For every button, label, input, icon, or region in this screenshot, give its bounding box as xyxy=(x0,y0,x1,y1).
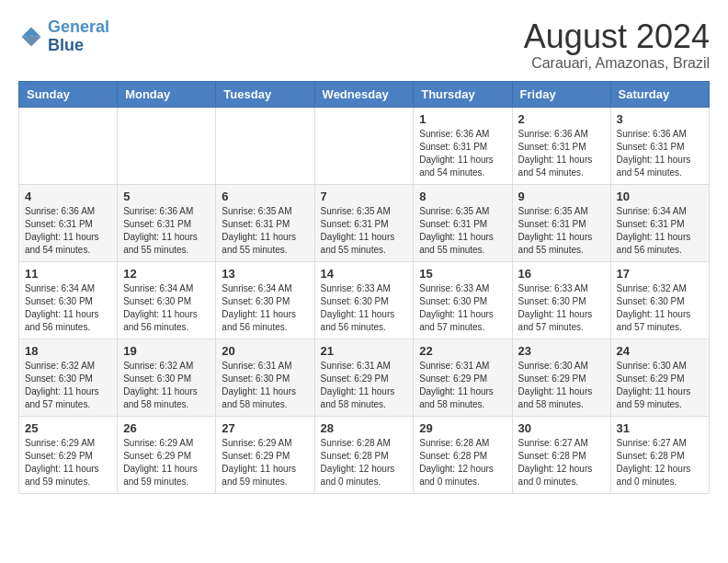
day-number: 10 xyxy=(617,190,703,203)
day-number: 9 xyxy=(518,190,605,203)
week-row-1: 1Sunrise: 6:36 AM Sunset: 6:31 PM Daylig… xyxy=(19,107,710,184)
day-cell: 14Sunrise: 6:33 AM Sunset: 6:30 PM Dayli… xyxy=(314,261,414,339)
day-number: 20 xyxy=(222,344,308,358)
day-cell xyxy=(118,107,216,184)
day-info: Sunrise: 6:32 AM Sunset: 6:30 PM Dayligh… xyxy=(25,360,111,411)
day-cell: 24Sunrise: 6:30 AM Sunset: 6:29 PM Dayli… xyxy=(610,339,709,416)
day-number: 14 xyxy=(321,267,408,281)
day-cell: 2Sunrise: 6:36 AM Sunset: 6:31 PM Daylig… xyxy=(512,107,610,184)
day-cell: 1Sunrise: 6:36 AM Sunset: 6:31 PM Daylig… xyxy=(414,107,512,184)
header-sunday: Sunday xyxy=(19,81,118,107)
header-thursday: Thursday xyxy=(414,81,512,107)
day-cell: 29Sunrise: 6:28 AM Sunset: 6:28 PM Dayli… xyxy=(414,416,512,493)
day-number: 2 xyxy=(518,112,605,126)
day-cell: 7Sunrise: 6:35 AM Sunset: 6:31 PM Daylig… xyxy=(314,184,414,261)
day-info: Sunrise: 6:34 AM Sunset: 6:30 PM Dayligh… xyxy=(123,282,210,334)
day-cell: 12Sunrise: 6:34 AM Sunset: 6:30 PM Dayli… xyxy=(118,261,216,339)
day-info: Sunrise: 6:33 AM Sunset: 6:30 PM Dayligh… xyxy=(518,282,605,334)
day-number: 16 xyxy=(518,267,605,281)
day-number: 19 xyxy=(123,344,210,358)
day-info: Sunrise: 6:36 AM Sunset: 6:31 PM Dayligh… xyxy=(123,205,210,257)
day-number: 23 xyxy=(518,344,605,358)
day-number: 18 xyxy=(25,344,111,358)
day-info: Sunrise: 6:29 AM Sunset: 6:29 PM Dayligh… xyxy=(123,437,210,488)
day-cell: 9Sunrise: 6:35 AM Sunset: 6:31 PM Daylig… xyxy=(512,184,610,261)
day-cell: 10Sunrise: 6:34 AM Sunset: 6:31 PM Dayli… xyxy=(610,184,709,261)
logo-icon xyxy=(18,24,44,50)
header-tuesday: Tuesday xyxy=(216,81,314,107)
week-row-4: 18Sunrise: 6:32 AM Sunset: 6:30 PM Dayli… xyxy=(19,339,710,416)
day-cell: 20Sunrise: 6:31 AM Sunset: 6:30 PM Dayli… xyxy=(216,339,314,416)
day-info: Sunrise: 6:29 AM Sunset: 6:29 PM Dayligh… xyxy=(25,437,111,488)
day-info: Sunrise: 6:36 AM Sunset: 6:31 PM Dayligh… xyxy=(419,128,506,179)
day-info: Sunrise: 6:36 AM Sunset: 6:31 PM Dayligh… xyxy=(617,128,703,179)
day-info: Sunrise: 6:28 AM Sunset: 6:28 PM Dayligh… xyxy=(321,437,408,488)
day-number: 13 xyxy=(222,267,308,281)
calendar-header: Sunday Monday Tuesday Wednesday Thursday… xyxy=(19,81,710,107)
day-number: 29 xyxy=(419,421,506,435)
day-number: 5 xyxy=(123,190,210,203)
day-number: 25 xyxy=(25,421,111,435)
day-cell: 6Sunrise: 6:35 AM Sunset: 6:31 PM Daylig… xyxy=(216,184,314,261)
header-wednesday: Wednesday xyxy=(314,81,414,107)
day-number: 3 xyxy=(617,112,703,126)
calendar-table: Sunday Monday Tuesday Wednesday Thursday… xyxy=(18,81,710,494)
day-cell: 16Sunrise: 6:33 AM Sunset: 6:30 PM Dayli… xyxy=(512,261,610,339)
day-info: Sunrise: 6:31 AM Sunset: 6:29 PM Dayligh… xyxy=(321,360,408,411)
day-cell xyxy=(314,107,414,184)
day-number: 28 xyxy=(321,421,408,435)
page-header: General Blue August 2024 Carauari, Amazo… xyxy=(18,18,710,72)
day-cell: 13Sunrise: 6:34 AM Sunset: 6:30 PM Dayli… xyxy=(216,261,314,339)
day-number: 7 xyxy=(321,190,408,203)
week-row-3: 11Sunrise: 6:34 AM Sunset: 6:30 PM Dayli… xyxy=(19,261,710,339)
day-number: 26 xyxy=(123,421,210,435)
day-info: Sunrise: 6:35 AM Sunset: 6:31 PM Dayligh… xyxy=(321,205,408,257)
day-info: Sunrise: 6:30 AM Sunset: 6:29 PM Dayligh… xyxy=(617,360,703,411)
calendar-subtitle: Carauari, Amazonas, Brazil xyxy=(524,55,710,72)
day-info: Sunrise: 6:33 AM Sunset: 6:30 PM Dayligh… xyxy=(419,282,506,334)
day-number: 27 xyxy=(222,421,308,435)
day-info: Sunrise: 6:27 AM Sunset: 6:28 PM Dayligh… xyxy=(518,437,605,488)
day-info: Sunrise: 6:36 AM Sunset: 6:31 PM Dayligh… xyxy=(518,128,605,179)
day-cell: 23Sunrise: 6:30 AM Sunset: 6:29 PM Dayli… xyxy=(512,339,610,416)
day-number: 4 xyxy=(25,190,111,203)
day-cell: 19Sunrise: 6:32 AM Sunset: 6:30 PM Dayli… xyxy=(118,339,216,416)
day-cell: 11Sunrise: 6:34 AM Sunset: 6:30 PM Dayli… xyxy=(19,261,118,339)
day-info: Sunrise: 6:35 AM Sunset: 6:31 PM Dayligh… xyxy=(518,205,605,257)
day-info: Sunrise: 6:35 AM Sunset: 6:31 PM Dayligh… xyxy=(222,205,308,257)
logo: General Blue xyxy=(18,18,109,55)
title-block: August 2024 Carauari, Amazonas, Brazil xyxy=(524,18,710,72)
day-info: Sunrise: 6:35 AM Sunset: 6:31 PM Dayligh… xyxy=(419,205,506,257)
calendar-title: August 2024 xyxy=(524,18,710,55)
day-info: Sunrise: 6:34 AM Sunset: 6:30 PM Dayligh… xyxy=(222,282,308,334)
day-cell: 22Sunrise: 6:31 AM Sunset: 6:29 PM Dayli… xyxy=(414,339,512,416)
day-info: Sunrise: 6:32 AM Sunset: 6:30 PM Dayligh… xyxy=(617,282,703,334)
day-info: Sunrise: 6:29 AM Sunset: 6:29 PM Dayligh… xyxy=(222,437,308,488)
day-cell: 21Sunrise: 6:31 AM Sunset: 6:29 PM Dayli… xyxy=(314,339,414,416)
day-info: Sunrise: 6:36 AM Sunset: 6:31 PM Dayligh… xyxy=(25,205,111,257)
day-cell: 31Sunrise: 6:27 AM Sunset: 6:28 PM Dayli… xyxy=(610,416,709,493)
day-info: Sunrise: 6:34 AM Sunset: 6:30 PM Dayligh… xyxy=(25,282,111,334)
header-row: Sunday Monday Tuesday Wednesday Thursday… xyxy=(19,81,710,107)
day-cell: 28Sunrise: 6:28 AM Sunset: 6:28 PM Dayli… xyxy=(314,416,414,493)
day-number: 15 xyxy=(419,267,506,281)
logo-text: General Blue xyxy=(48,18,109,55)
day-cell: 3Sunrise: 6:36 AM Sunset: 6:31 PM Daylig… xyxy=(610,107,709,184)
day-cell: 18Sunrise: 6:32 AM Sunset: 6:30 PM Dayli… xyxy=(19,339,118,416)
day-cell: 30Sunrise: 6:27 AM Sunset: 6:28 PM Dayli… xyxy=(512,416,610,493)
day-number: 6 xyxy=(222,190,308,203)
day-cell xyxy=(19,107,118,184)
day-number: 31 xyxy=(617,421,703,435)
day-number: 17 xyxy=(617,267,703,281)
day-number: 21 xyxy=(321,344,408,358)
day-info: Sunrise: 6:31 AM Sunset: 6:29 PM Dayligh… xyxy=(419,360,506,411)
day-cell: 25Sunrise: 6:29 AM Sunset: 6:29 PM Dayli… xyxy=(19,416,118,493)
header-monday: Monday xyxy=(118,81,216,107)
day-cell: 26Sunrise: 6:29 AM Sunset: 6:29 PM Dayli… xyxy=(118,416,216,493)
day-cell: 8Sunrise: 6:35 AM Sunset: 6:31 PM Daylig… xyxy=(414,184,512,261)
day-cell: 4Sunrise: 6:36 AM Sunset: 6:31 PM Daylig… xyxy=(19,184,118,261)
day-info: Sunrise: 6:31 AM Sunset: 6:30 PM Dayligh… xyxy=(222,360,308,411)
day-info: Sunrise: 6:32 AM Sunset: 6:30 PM Dayligh… xyxy=(123,360,210,411)
calendar-body: 1Sunrise: 6:36 AM Sunset: 6:31 PM Daylig… xyxy=(19,107,710,493)
day-cell: 27Sunrise: 6:29 AM Sunset: 6:29 PM Dayli… xyxy=(216,416,314,493)
